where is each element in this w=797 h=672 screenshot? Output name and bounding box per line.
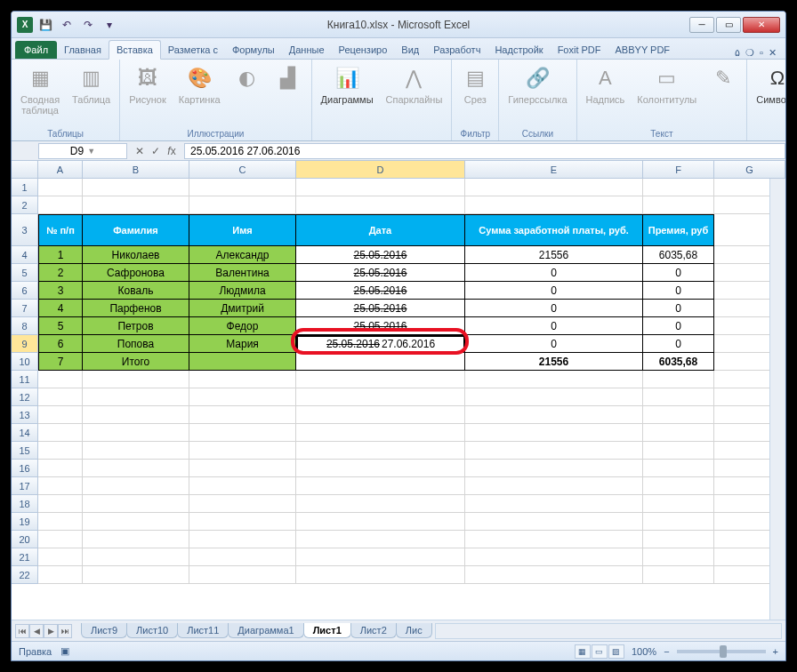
wordart-button[interactable]: ✎ — [705, 62, 741, 94]
th-num[interactable]: № п/п — [38, 214, 83, 246]
row-header[interactable]: 8 — [12, 317, 38, 335]
confirm-edit-icon[interactable]: ✓ — [149, 145, 163, 157]
row-header[interactable]: 10 — [12, 353, 38, 371]
undo-icon[interactable]: ↶ — [58, 16, 76, 34]
zoom-level[interactable]: 100% — [632, 646, 656, 657]
row-header[interactable]: 17 — [12, 477, 38, 495]
tab-foxit[interactable]: Foxit PDF — [551, 41, 608, 59]
row-header[interactable]: 3 — [12, 214, 38, 246]
th-salary[interactable]: Сумма заработной платы, руб. — [465, 214, 643, 246]
symbols-button[interactable]: ΩСимволы — [753, 62, 786, 107]
file-tab[interactable]: Файл — [15, 41, 57, 59]
row-header[interactable]: 18 — [12, 495, 38, 513]
maximize-button[interactable]: ▭ — [716, 17, 741, 33]
sheet-nav-first-icon[interactable]: ⏮ — [15, 624, 29, 638]
table-button[interactable]: ▥Таблица — [68, 62, 114, 107]
select-all-corner[interactable] — [12, 161, 38, 178]
tab-review[interactable]: Рецензиро — [332, 41, 395, 59]
row-header[interactable]: 11 — [12, 371, 38, 388]
textbox-button[interactable]: AНадпись — [583, 62, 629, 107]
row-header[interactable]: 12 — [12, 388, 38, 406]
row-header[interactable]: 16 — [12, 460, 38, 477]
sheet-tab[interactable]: Лист2 — [350, 623, 397, 638]
workbook-close-icon[interactable]: ✕ — [769, 47, 777, 59]
picture-button[interactable]: 🖼Рисунок — [125, 62, 170, 107]
sheet-nav-prev-icon[interactable]: ◀ — [29, 624, 44, 638]
col-header-D[interactable]: D — [296, 161, 465, 178]
row-header[interactable]: 20 — [12, 531, 38, 548]
clipart-button[interactable]: 🎨Картинка — [175, 62, 224, 107]
active-cell-D9[interactable]: 25.05.201627.06.2016 — [296, 335, 465, 353]
smartart-button[interactable]: ▟ — [270, 62, 306, 94]
tab-abbyy[interactable]: ABBYY PDF — [608, 41, 678, 59]
tab-formulas[interactable]: Формулы — [225, 41, 282, 59]
sheet-tab[interactable]: Диаграмма1 — [228, 623, 303, 638]
headerfooter-button[interactable]: ▭Колонтитулы — [633, 62, 700, 107]
row-header[interactable]: 7 — [12, 300, 38, 317]
slicer-button[interactable]: ▤Срез — [457, 62, 493, 107]
tab-data[interactable]: Данные — [282, 41, 332, 59]
hyperlink-button[interactable]: 🔗Гиперссылка — [504, 62, 570, 107]
row-header[interactable]: 1 — [12, 179, 38, 196]
tab-developer[interactable]: Разработч — [426, 41, 487, 59]
row-header[interactable]: 5 — [12, 264, 38, 282]
col-header-E[interactable]: E — [465, 161, 643, 178]
row-header[interactable]: 19 — [12, 513, 38, 531]
row-header[interactable]: 6 — [12, 282, 38, 300]
col-header-A[interactable]: A — [38, 161, 83, 178]
tab-insert[interactable]: Вставка — [109, 40, 161, 60]
view-pagelayout-icon[interactable]: ▭ — [592, 644, 608, 659]
zoom-slider[interactable] — [677, 650, 766, 653]
th-bonus[interactable]: Премия, руб — [643, 214, 714, 246]
sheet-nav-next-icon[interactable]: ▶ — [44, 624, 58, 638]
th-date[interactable]: Дата — [296, 214, 465, 246]
tab-view[interactable]: Вид — [394, 41, 426, 59]
col-header-G[interactable]: G — [714, 161, 785, 178]
row-header[interactable]: 22 — [12, 566, 38, 584]
col-header-B[interactable]: B — [83, 161, 189, 178]
col-header-C[interactable]: C — [189, 161, 296, 178]
redo-icon[interactable]: ↷ — [79, 16, 97, 34]
minimize-ribbon-icon[interactable]: ۵ — [735, 47, 740, 59]
close-button[interactable]: ✕ — [743, 17, 780, 33]
fx-icon[interactable]: fx — [165, 145, 179, 157]
row-header[interactable]: 13 — [12, 406, 38, 424]
save-icon[interactable]: 💾 — [36, 16, 54, 34]
formula-input[interactable]: 25.05.2016 27.06.2016 — [184, 143, 785, 159]
shapes-button[interactable]: ◐ — [229, 62, 265, 94]
window-restore-icon[interactable]: ▫ — [760, 47, 763, 59]
row-header[interactable]: 21 — [12, 548, 38, 566]
sparklines-button[interactable]: ⋀Спарклайны — [382, 62, 447, 107]
sheet-nav-last-icon[interactable]: ⏭ — [58, 624, 72, 638]
sheet-tab[interactable]: Лист9 — [81, 623, 127, 638]
pivottable-button[interactable]: ▦Сводная таблица — [17, 62, 63, 117]
row-header[interactable]: 14 — [12, 424, 38, 442]
sheet-tab-active[interactable]: Лист1 — [303, 623, 351, 638]
minimize-button[interactable]: ─ — [689, 17, 714, 33]
charts-button[interactable]: 📊Диаграммы — [318, 62, 377, 107]
row-header[interactable]: 2 — [12, 196, 38, 214]
namebox-dropdown-icon[interactable]: ▼ — [87, 147, 95, 156]
tab-addins[interactable]: Надстройк — [487, 41, 550, 59]
row-header[interactable]: 9 — [12, 335, 38, 353]
grid-body[interactable]: 1 2 3 № п/п Фамилия Имя Дата Сумма зараб… — [12, 179, 785, 620]
qat-dropdown-icon[interactable]: ▾ — [101, 16, 118, 34]
macro-record-icon[interactable]: ▣ — [60, 645, 69, 657]
row-header[interactable]: 15 — [12, 442, 38, 460]
th-surname[interactable]: Фамилия — [83, 214, 189, 246]
tab-pagelayout[interactable]: Разметка с — [161, 41, 225, 59]
sheet-tab[interactable]: Лист11 — [177, 623, 229, 638]
sheet-tab[interactable]: Лист10 — [126, 623, 178, 638]
tab-home[interactable]: Главная — [57, 41, 109, 59]
cancel-edit-icon[interactable]: ✕ — [133, 145, 147, 157]
view-normal-icon[interactable]: ▦ — [575, 644, 591, 659]
help-icon[interactable]: ❍ — [745, 47, 754, 59]
zoom-out-icon[interactable]: − — [664, 646, 669, 657]
horizontal-scrollbar[interactable] — [435, 623, 782, 639]
row-header[interactable]: 4 — [12, 246, 38, 264]
view-pagebreak-icon[interactable]: ▨ — [608, 644, 624, 659]
zoom-in-icon[interactable]: + — [773, 646, 778, 657]
col-header-F[interactable]: F — [643, 161, 714, 178]
sheet-tab[interactable]: Лис — [396, 623, 432, 638]
vertical-scrollbar[interactable] — [769, 179, 785, 620]
